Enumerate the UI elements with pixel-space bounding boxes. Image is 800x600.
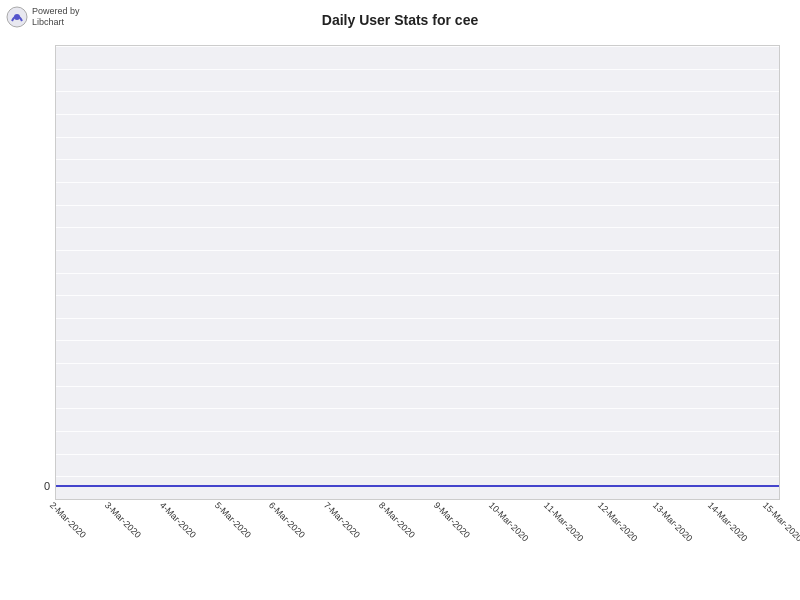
x-axis-label: 8-Mar-2020 [377,500,393,516]
grid-line [56,454,779,455]
chart-title: Daily User Stats for cee [0,12,800,28]
x-axis-label: 5-Mar-2020 [212,500,228,516]
grid-line [56,227,779,228]
grid-line [56,408,779,409]
grid-line [56,159,779,160]
grid-line [56,137,779,138]
chart-area [55,45,780,500]
grid-line [56,91,779,92]
x-axis-label: 4-Mar-2020 [158,500,174,516]
chart-wrapper: Powered by Libchart Daily User Stats for… [0,0,800,600]
y-axis-label-0: 0 [30,480,50,492]
grid-line [56,182,779,183]
x-axis-label: 10-Mar-2020 [487,500,503,516]
grid-line [56,69,779,70]
x-axis-label: 7-Mar-2020 [322,500,338,516]
grid-line [56,340,779,341]
x-axis-label: 9-Mar-2020 [432,500,448,516]
grid-line [56,476,779,477]
grid-line [56,295,779,296]
grid-line [56,431,779,432]
grid-lines [56,46,779,499]
grid-line [56,46,779,47]
grid-line [56,205,779,206]
grid-line [56,363,779,364]
x-axis-label: 3-Mar-2020 [103,500,119,516]
x-axis-label: 14-Mar-2020 [706,500,722,516]
grid-line [56,318,779,319]
x-axis-label: 12-Mar-2020 [596,500,612,516]
x-axis-label: 11-Mar-2020 [542,500,558,516]
grid-line [56,386,779,387]
grid-line [56,114,779,115]
x-axis-label: 15-Mar-2020 [761,500,777,516]
x-axis-label: 13-Mar-2020 [651,500,667,516]
grid-line [56,273,779,274]
grid-line [56,250,779,251]
x-axis-label: 6-Mar-2020 [267,500,283,516]
data-line [56,485,779,487]
x-axis-label: 2-Mar-2020 [48,500,64,516]
x-axis: 2-Mar-20203-Mar-20204-Mar-20205-Mar-2020… [55,500,780,595]
y-axis: 0 [30,45,50,500]
